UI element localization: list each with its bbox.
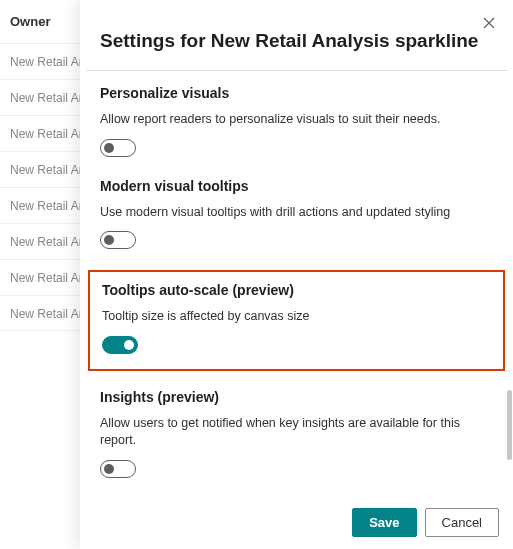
section-modern-tooltips: Modern visual tooltips Use modern visual… xyxy=(100,178,493,253)
background-owner-column: Owner New Retail Ana New Retail Ana New … xyxy=(0,0,80,549)
section-description: Allow report readers to personalize visu… xyxy=(100,111,493,129)
section-insights: Insights (preview) Allow users to get no… xyxy=(100,389,493,481)
table-row[interactable]: New Retail Ana xyxy=(0,115,80,151)
tooltips-autoscale-toggle[interactable] xyxy=(102,336,138,354)
panel-footer: Save Cancel xyxy=(80,498,513,549)
section-title: Modern visual tooltips xyxy=(100,178,493,194)
personalize-visuals-toggle[interactable] xyxy=(100,139,136,157)
section-title: Insights (preview) xyxy=(100,389,493,405)
section-title: Personalize visuals xyxy=(100,85,493,101)
table-row[interactable]: New Retail Ana xyxy=(0,151,80,187)
table-row[interactable]: New Retail Ana xyxy=(0,259,80,295)
section-title: Tooltips auto-scale (preview) xyxy=(102,282,491,298)
close-button[interactable] xyxy=(475,10,503,38)
column-header-owner[interactable]: Owner xyxy=(0,0,80,43)
save-button[interactable]: Save xyxy=(352,508,416,537)
panel-header: Settings for New Retail Analysis sparkli… xyxy=(80,0,513,70)
section-description: Allow users to get notified when key ins… xyxy=(100,415,493,450)
table-row[interactable]: New Retail Ana xyxy=(0,79,80,115)
modern-tooltips-toggle[interactable] xyxy=(100,231,136,249)
table-row[interactable]: New Retail Ana xyxy=(0,223,80,259)
close-icon xyxy=(483,16,495,32)
cancel-button[interactable]: Cancel xyxy=(425,508,499,537)
section-description: Use modern visual tooltips with drill ac… xyxy=(100,204,493,222)
settings-panel: Settings for New Retail Analysis sparkli… xyxy=(80,0,513,549)
scrollbar-thumb[interactable] xyxy=(507,390,512,460)
table-row[interactable]: New Retail Ana xyxy=(0,295,80,331)
panel-body: Personalize visuals Allow report readers… xyxy=(80,71,513,498)
section-description: Tooltip size is affected by canvas size xyxy=(102,308,491,326)
insights-toggle[interactable] xyxy=(100,460,136,478)
table-row[interactable]: New Retail Ana xyxy=(0,187,80,223)
panel-title: Settings for New Retail Analysis sparkli… xyxy=(100,30,493,52)
table-row[interactable]: New Retail Ana xyxy=(0,43,80,79)
section-tooltips-autoscale: Tooltips auto-scale (preview) Tooltip si… xyxy=(88,270,505,371)
section-personalize-visuals: Personalize visuals Allow report readers… xyxy=(100,85,493,160)
